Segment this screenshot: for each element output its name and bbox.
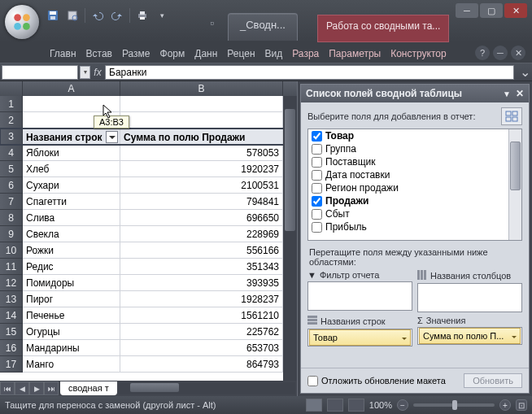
row-field-pill[interactable]: Товар bbox=[309, 329, 411, 346]
field-item[interactable]: Поставщик bbox=[308, 155, 521, 168]
vertical-scrollbar[interactable] bbox=[283, 96, 297, 381]
cell[interactable] bbox=[120, 112, 283, 129]
table-row[interactable]: 12Помидоры393935 bbox=[0, 275, 297, 291]
table-row[interactable]: 4Яблоки578053 bbox=[0, 145, 297, 161]
table-row[interactable]: 16Мандарины653703 bbox=[0, 340, 297, 356]
field-list[interactable]: ТоварГруппаПоставщикДата поставкиРегион … bbox=[307, 129, 522, 241]
field-item[interactable]: Продажи bbox=[308, 194, 521, 207]
row-header[interactable]: 1 bbox=[0, 96, 23, 112]
tab-formulas[interactable]: Форм bbox=[156, 45, 190, 63]
zoom-slider[interactable] bbox=[413, 403, 495, 407]
table-row[interactable]: 9Свекла228969 bbox=[0, 226, 297, 242]
table-row[interactable]: 6Сухари2100531 bbox=[0, 177, 297, 194]
area-cols-box[interactable] bbox=[417, 283, 522, 312]
tab-review[interactable]: Рецен bbox=[223, 45, 259, 63]
cell[interactable]: Свекла bbox=[23, 226, 120, 242]
pane-menu-icon[interactable]: ▼ bbox=[503, 89, 511, 98]
field-checkbox[interactable] bbox=[312, 157, 322, 168]
cell[interactable]: 1561210 bbox=[120, 307, 283, 324]
cell[interactable]: Яблоки bbox=[23, 145, 120, 161]
table-row[interactable]: 5Хлеб1920237 bbox=[0, 161, 297, 177]
cell[interactable]: 1928237 bbox=[120, 291, 283, 307]
row-header[interactable]: 13 bbox=[0, 291, 23, 307]
field-list-scrollbar[interactable] bbox=[508, 129, 521, 240]
cell[interactable]: Огурцы bbox=[23, 324, 120, 340]
cell[interactable]: 794841 bbox=[120, 194, 283, 210]
cell[interactable]: Названия строк bbox=[23, 129, 120, 145]
cell[interactable]: 653703 bbox=[120, 340, 283, 356]
row-header[interactable]: 8 bbox=[0, 210, 23, 226]
view-normal-icon[interactable] bbox=[306, 399, 322, 412]
undo-icon[interactable] bbox=[90, 8, 105, 23]
field-item[interactable]: Сбыт bbox=[308, 207, 521, 220]
sheet-first-icon[interactable]: ⏮ bbox=[0, 381, 15, 395]
fx-icon[interactable]: fx bbox=[90, 67, 105, 78]
cell[interactable] bbox=[23, 96, 120, 112]
save-icon[interactable] bbox=[46, 8, 60, 23]
field-item[interactable]: Дата поставки bbox=[308, 168, 521, 181]
select-all-button[interactable] bbox=[0, 81, 23, 96]
cell[interactable]: Сумма по полю Продажи bbox=[120, 129, 283, 145]
field-checkbox[interactable] bbox=[312, 144, 322, 155]
zoom-out-button[interactable]: − bbox=[397, 399, 408, 411]
column-header-b[interactable]: B bbox=[120, 81, 283, 96]
office-button[interactable] bbox=[5, 5, 39, 39]
tab-data[interactable]: Данн bbox=[190, 45, 221, 63]
tab-view[interactable]: Вид bbox=[261, 45, 287, 63]
sheet-next-icon[interactable]: ▶ bbox=[29, 381, 44, 395]
cell[interactable] bbox=[120, 96, 283, 112]
cell[interactable]: 1920237 bbox=[120, 161, 283, 177]
cell[interactable]: 225762 bbox=[120, 324, 283, 340]
field-item[interactable]: Группа bbox=[308, 142, 521, 155]
mdi-minimize-icon[interactable]: ─ bbox=[493, 46, 508, 60]
table-row[interactable]: 10Рожки556166 bbox=[0, 242, 297, 259]
pane-close-icon[interactable]: ✕ bbox=[516, 88, 524, 99]
row-header[interactable]: 6 bbox=[0, 177, 23, 194]
horizontal-scrollbar[interactable] bbox=[119, 382, 295, 394]
table-row[interactable]: 7Спагетти794841 bbox=[0, 194, 297, 210]
table-row[interactable]: 8Слива696650 bbox=[0, 210, 297, 226]
field-checkbox[interactable] bbox=[312, 183, 322, 194]
close-button[interactable]: ✕ bbox=[504, 3, 527, 18]
cell[interactable]: 578053 bbox=[120, 145, 283, 161]
table-row[interactable]: 1 bbox=[0, 96, 297, 112]
name-box-dropdown[interactable]: ▾ bbox=[80, 66, 90, 79]
formula-input[interactable]: Баранки bbox=[105, 65, 514, 80]
cell[interactable]: Манго bbox=[23, 356, 120, 373]
row-header[interactable]: 9 bbox=[0, 226, 23, 242]
row-header[interactable]: 11 bbox=[0, 259, 23, 275]
cell[interactable]: Сухари bbox=[23, 177, 120, 194]
row-header[interactable]: 15 bbox=[0, 324, 23, 340]
cell[interactable]: Пирог bbox=[23, 291, 120, 307]
formula-expand-icon[interactable]: ⌄ bbox=[517, 65, 532, 80]
cell[interactable]: 351343 bbox=[120, 259, 283, 275]
maximize-button[interactable]: ▢ bbox=[480, 3, 503, 18]
cell[interactable]: Хлеб bbox=[23, 161, 120, 177]
table-row[interactable]: 15Огурцы225762 bbox=[0, 324, 297, 340]
field-item[interactable]: Прибыль bbox=[308, 220, 521, 233]
cell[interactable]: Помидоры bbox=[23, 275, 120, 291]
view-layout-icon[interactable] bbox=[327, 399, 343, 412]
row-header[interactable]: 12 bbox=[0, 275, 23, 291]
tab-home[interactable]: Главн bbox=[46, 45, 81, 63]
cell[interactable]: Печенье bbox=[23, 307, 120, 324]
field-item[interactable]: Товар bbox=[308, 129, 521, 142]
area-vals-box[interactable]: Сумма по полю П... bbox=[417, 327, 522, 345]
row-header[interactable]: 14 bbox=[0, 307, 23, 324]
row-header[interactable]: 5 bbox=[0, 161, 23, 177]
tab-layout[interactable]: Разме bbox=[118, 45, 155, 63]
field-checkbox[interactable] bbox=[312, 131, 322, 142]
tab-developer[interactable]: Разра bbox=[288, 45, 323, 63]
row-header[interactable]: 17 bbox=[0, 356, 23, 373]
row-header[interactable]: 7 bbox=[0, 194, 23, 210]
table-row[interactable]: 2 bbox=[0, 112, 297, 129]
field-checkbox[interactable] bbox=[312, 222, 322, 233]
field-checkbox[interactable] bbox=[312, 196, 322, 207]
row-labels-dropdown[interactable] bbox=[106, 131, 118, 143]
area-filter-box[interactable] bbox=[307, 281, 412, 311]
table-row[interactable]: 13Пирог1928237 bbox=[0, 291, 297, 307]
cell[interactable]: 556166 bbox=[120, 242, 283, 259]
help-icon[interactable]: ? bbox=[475, 46, 490, 60]
cell[interactable]: Мандарины bbox=[23, 340, 120, 356]
field-item[interactable]: Регион продажи bbox=[308, 181, 521, 194]
